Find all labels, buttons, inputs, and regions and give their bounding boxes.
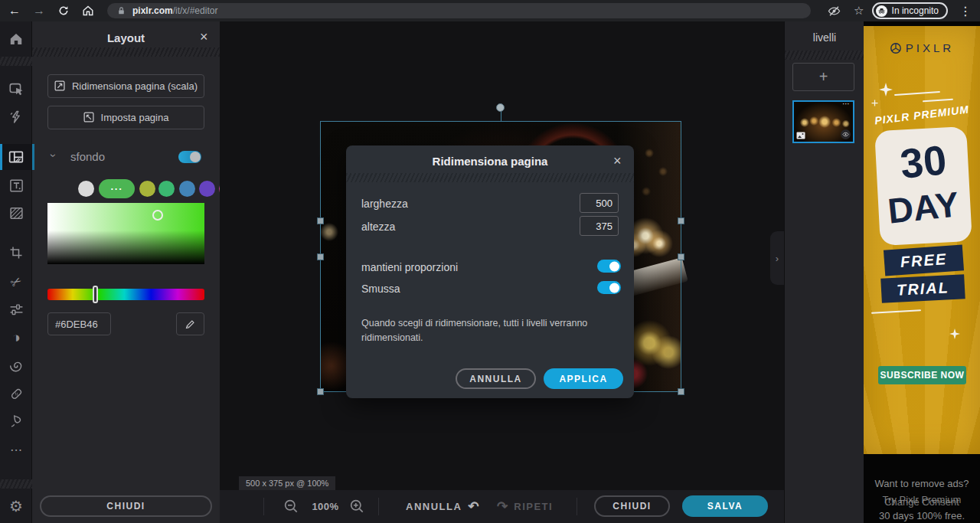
tool-fill-pattern[interactable] [0, 200, 32, 226]
hex-color-input[interactable] [47, 312, 111, 335]
background-toggle[interactable] [178, 151, 201, 163]
tool-quick-actions[interactable] [0, 104, 32, 130]
tool-home[interactable] [0, 26, 32, 52]
gradient-picker-marker[interactable] [152, 210, 163, 221]
subscribe-now-button[interactable]: SUBSCRIBE NOW [878, 366, 966, 384]
remove-ads-line4: 30 days 100% free. [864, 510, 980, 521]
width-input[interactable] [580, 193, 619, 213]
tracking-protection-eye-icon[interactable] [825, 2, 844, 20]
selection-handle-bottom-left[interactable] [317, 388, 324, 395]
selection-handle-mid-right[interactable] [678, 253, 684, 260]
bookmark-star-icon[interactable]: ☆ [849, 2, 869, 20]
panel-close-button[interactable]: CHIUDI [40, 495, 212, 517]
color-edit-pencil-button[interactable] [176, 312, 204, 335]
panel-divider-hatch [32, 47, 220, 57]
bottom-divider-3 [577, 498, 577, 515]
premium-ad[interactable]: PIXLR PIXLR PREMIUM 30 DAY FREE TRIAL SU… [864, 26, 980, 454]
browser-home-button[interactable] [78, 2, 98, 20]
panel-title: Layout [32, 31, 220, 44]
color-gradient-picker[interactable] [47, 203, 204, 264]
keep-proportions-label: mantieni proporzioni [361, 261, 458, 273]
tool-adjust[interactable] [0, 296, 32, 322]
panel-close-icon[interactable]: × [200, 30, 208, 44]
save-button[interactable]: SALVA [682, 495, 768, 517]
tool-crop[interactable] [0, 240, 32, 266]
incognito-label: In incognito [892, 5, 939, 16]
tool-text[interactable] [0, 172, 32, 198]
tool-draw[interactable] [0, 408, 32, 434]
smooth-toggle[interactable] [597, 281, 621, 294]
redo-button[interactable]: ↷ RIPETI [497, 490, 553, 523]
selection-handle-top-right[interactable] [678, 217, 684, 224]
browser-menu-icon[interactable]: ⋮ [956, 2, 975, 20]
tool-arrange[interactable] [0, 77, 32, 103]
editor-close-button[interactable]: CHIUDI [594, 495, 670, 517]
zoom-in-button[interactable] [348, 498, 365, 515]
swatch-more-dots: ··· [111, 183, 123, 194]
swatch-white[interactable] [78, 181, 94, 197]
set-page-label: Imposta pagina [101, 112, 169, 123]
incognito-badge[interactable]: In incognito [872, 2, 948, 19]
tool-rail: ✂ ◑ ⋯ ⚙ [0, 21, 32, 523]
background-section-header[interactable]: › sfondo [32, 144, 220, 170]
undo-button[interactable]: ANNULLA ↶ [406, 490, 479, 523]
ad-free-box: FREE [884, 244, 964, 276]
remove-ads-line1[interactable]: Want to remove ads? [864, 478, 980, 489]
zoom-level-value: 100% [305, 490, 345, 523]
dialog-apply-button[interactable]: APPLICA [544, 368, 623, 389]
pixlr-editor-screen: ← → pixlr.com/it/x/#editor ☆ In incognit… [0, 0, 980, 523]
change-consent-link[interactable]: Change Consent [864, 496, 980, 508]
layout-panel: Layout × Ridimensiona pagina (scala) Imp… [32, 21, 220, 523]
pencil-icon [185, 319, 196, 330]
layer-visibility-eye-icon[interactable] [841, 129, 851, 139]
toggle-knob [190, 152, 201, 162]
ad-trial-box: TRIAL [880, 274, 965, 303]
browser-forward-button[interactable]: → [29, 2, 49, 20]
chevron-right-icon: › [776, 253, 779, 264]
resize-page-dialog: Ridimensiona pagina × larghezza altezza … [346, 145, 634, 398]
selected-tool-indicator [0, 144, 2, 170]
set-page-button[interactable]: Imposta pagina [47, 106, 204, 129]
swatch-purple[interactable] [199, 181, 215, 197]
zoom-out-button[interactable] [283, 498, 299, 515]
browser-back-button[interactable]: ← [5, 2, 24, 20]
url-path: /it/x/#editor [173, 5, 218, 16]
incognito-icon [876, 5, 887, 17]
rotation-handle[interactable] [496, 103, 505, 112]
add-layer-button[interactable]: + [792, 63, 854, 91]
set-page-icon [83, 112, 95, 123]
hue-slider-marker[interactable] [93, 286, 98, 303]
swatch-green-selected[interactable]: ··· [99, 179, 135, 198]
plus-sparkle-icon [871, 100, 878, 106]
swatch-green[interactable] [158, 181, 175, 197]
tool-layout[interactable] [0, 144, 32, 170]
selection-handle-bottom-right[interactable] [678, 388, 684, 395]
hue-slider[interactable] [47, 289, 204, 300]
layer-thumbnail[interactable]: ⋯ [792, 100, 854, 143]
selection-handle-mid-left[interactable] [317, 253, 324, 260]
url-bar[interactable]: pixlr.com/it/x/#editor [107, 3, 811, 18]
tool-more[interactable]: ⋯ [0, 436, 32, 463]
bottom-divider-1 [263, 498, 264, 515]
height-input[interactable] [580, 216, 619, 236]
panel-expand-tab[interactable]: › [770, 231, 784, 285]
ad-brand-row: PIXLR [864, 41, 980, 54]
dialog-cancel-button[interactable]: ANNULLA [456, 368, 536, 389]
browser-refresh-button[interactable] [54, 2, 74, 20]
tool-cut[interactable]: ✂ [0, 263, 37, 301]
swatch-blue[interactable] [179, 181, 195, 197]
layer-options-dots-icon[interactable]: ⋯ [842, 100, 851, 108]
sparkle-icon [879, 83, 893, 96]
tool-filter[interactable]: ◑ [0, 325, 32, 351]
tool-retouch[interactable] [0, 381, 32, 407]
selection-handle-top-left[interactable] [317, 217, 324, 224]
keep-proportions-toggle[interactable] [597, 260, 621, 273]
dialog-close-icon[interactable]: × [613, 154, 622, 168]
swatch-yellow-green[interactable] [139, 181, 155, 197]
resize-page-button[interactable]: Ridimensiona pagina (scala) [47, 74, 204, 98]
chevron-down-icon: › [47, 154, 60, 158]
width-label: larghezza [361, 198, 408, 210]
tool-liquify[interactable] [0, 352, 32, 378]
settings-gear-icon[interactable]: ⚙ [0, 493, 32, 519]
toggle-knob [609, 261, 619, 271]
